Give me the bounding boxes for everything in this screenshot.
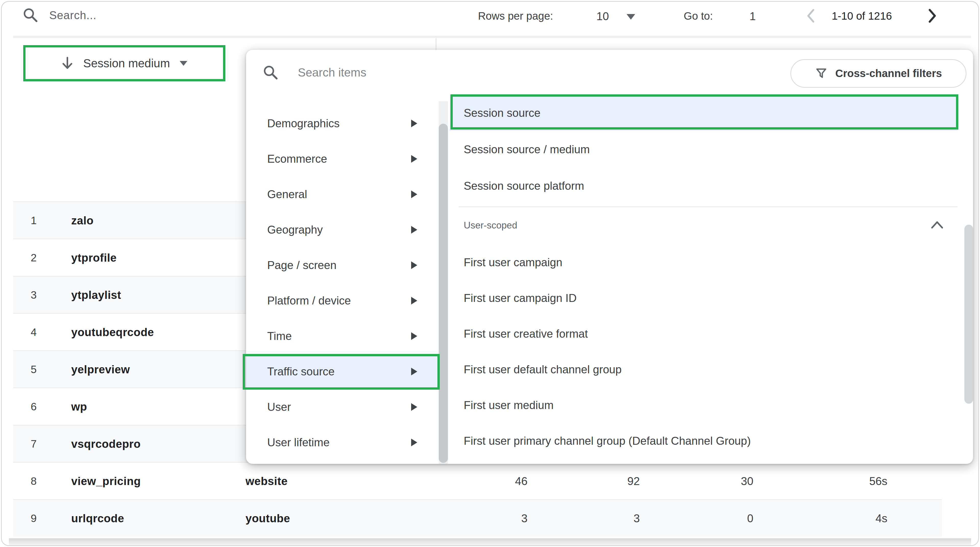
analytics-table-card: Search... Rows per page: 10 Go to: 1 1-1…	[1, 1, 979, 546]
category-item-page-screen[interactable]: Page / screen	[246, 247, 439, 283]
category-scrollbar-thumb[interactable]	[439, 124, 448, 463]
dimension-item-label: Session source platform	[464, 168, 584, 204]
category-item-platform-device[interactable]: Platform / device	[246, 283, 439, 318]
section-header-user-scoped: User-scoped	[464, 219, 958, 234]
items-scrollbar-thumb[interactable]	[964, 225, 973, 404]
chevron-up-icon[interactable]	[930, 220, 944, 230]
metric-value: 92	[558, 463, 640, 500]
filter-funnel-icon	[815, 67, 828, 80]
dimension-item-session-source-medium[interactable]: Session source / medium	[450, 132, 958, 167]
dimension-item-label: First user campaign	[464, 244, 562, 280]
dimension-item-first-user-campaign[interactable]: First user campaign	[450, 244, 958, 280]
dimension-picker-panel: Search items Cross-channel filters Demog…	[246, 50, 973, 464]
category-label: Traffic source	[267, 354, 334, 389]
arrow-right-icon	[411, 403, 417, 411]
arrow-right-icon	[411, 120, 417, 127]
row-number: 3	[24, 276, 44, 314]
picker-search-input[interactable]: Search items	[298, 65, 366, 79]
search-icon	[22, 6, 40, 24]
metric-value: 3	[558, 500, 640, 537]
toolbar-divider	[13, 36, 971, 38]
session-medium-value: wp	[71, 388, 87, 425]
rows-per-page-select[interactable]: 10	[597, 10, 609, 23]
dimension-item-first-user-primary-channel-group-default-channel-group[interactable]: First user primary channel group (Defaul…	[450, 423, 958, 459]
session-medium-value: ytprofile	[71, 239, 117, 276]
secondary-dimension-value: youtube	[245, 500, 290, 537]
row-number: 6	[24, 388, 44, 425]
category-label: Page / screen	[267, 247, 337, 283]
metric-value: 0	[672, 500, 753, 537]
category-item-user[interactable]: User	[246, 389, 439, 425]
metric-value: 56s	[806, 463, 887, 500]
session-medium-value: vsqrcodepro	[71, 425, 141, 463]
section-header-label: User-scoped	[464, 220, 517, 231]
table-search-input[interactable]: Search...	[49, 9, 97, 22]
metric-value: 30	[672, 463, 753, 500]
search-icon	[262, 64, 279, 81]
sort-descending-arrow-icon	[61, 57, 73, 70]
next-page-icon[interactable]	[924, 7, 940, 24]
session-medium-value: youtubeqrcode	[71, 314, 154, 351]
category-item-traffic-source[interactable]: Traffic source	[246, 354, 439, 389]
arrow-right-icon	[411, 297, 417, 304]
dimension-item-first-user-campaign-id[interactable]: First user campaign ID	[450, 280, 958, 316]
arrow-right-icon	[411, 368, 417, 376]
session-medium-value: yelpreview	[71, 351, 130, 388]
category-label: Demographics	[267, 106, 340, 141]
arrow-right-icon	[411, 262, 417, 269]
secondary-dimension-value: website	[245, 463, 288, 500]
row-number: 2	[24, 239, 44, 276]
category-item-user-lifetime[interactable]: User lifetime	[246, 425, 439, 460]
category-label: Time	[267, 318, 292, 354]
chevron-down-icon[interactable]	[627, 14, 635, 20]
section-divider	[458, 206, 958, 207]
chevron-down-icon	[180, 61, 187, 66]
dimension-item-first-user-medium[interactable]: First user medium	[450, 387, 958, 423]
category-label: Ecommerce	[267, 141, 327, 176]
dimension-item-session-source-platform[interactable]: Session source platform	[450, 168, 958, 204]
dimension-header-button[interactable]: Session medium	[25, 48, 223, 79]
dimension-item-label: First user primary channel group (Defaul…	[464, 423, 751, 459]
category-item-time[interactable]: Time	[246, 318, 439, 354]
dimension-item-label: First user campaign ID	[464, 280, 577, 316]
cross-channel-filters-label: Cross-channel filters	[835, 67, 942, 79]
category-item-general[interactable]: General	[246, 176, 439, 212]
category-item-ecommerce[interactable]: Ecommerce	[246, 141, 439, 176]
go-to-page-input[interactable]: 1	[749, 10, 756, 23]
horizontal-scrollbar[interactable]	[9, 538, 971, 546]
category-label: Platform / device	[267, 283, 351, 318]
session-medium-value: zalo	[71, 202, 94, 239]
arrow-right-icon	[411, 332, 417, 340]
table-row[interactable]: 9urlqrcodeyoutube3304s	[13, 499, 942, 536]
arrow-right-icon	[411, 439, 417, 446]
session-medium-value: ytplaylist	[71, 276, 121, 314]
row-number: 5	[24, 351, 44, 388]
metric-value: 3	[446, 500, 528, 537]
category-item-demographics[interactable]: Demographics	[246, 106, 439, 141]
row-number: 1	[24, 202, 44, 239]
category-item-geography[interactable]: Geography	[246, 212, 439, 247]
annotation-box-session-medium: Session medium	[23, 45, 225, 81]
dimension-item-label: First user default channel group	[464, 352, 622, 387]
session-medium-value: view_pricing	[71, 463, 141, 500]
session-medium-value: urlqrcode	[71, 500, 124, 537]
row-number: 7	[24, 425, 44, 463]
dimension-item-first-user-creative-format[interactable]: First user creative format	[450, 316, 958, 352]
category-label: Geography	[267, 212, 323, 247]
dimension-item-label: Session source / medium	[464, 132, 590, 167]
cross-channel-filters-button[interactable]: Cross-channel filters	[791, 59, 966, 88]
table-row[interactable]: 8view_pricingwebsite46923056s	[13, 462, 942, 499]
previous-page-icon[interactable]	[803, 7, 819, 24]
metric-value: 46	[446, 463, 528, 500]
pagination-range: 1-10 of 1216	[832, 10, 892, 22]
go-to-label: Go to:	[684, 10, 713, 22]
category-label: User lifetime	[267, 425, 330, 460]
arrow-right-icon	[411, 190, 417, 198]
dimension-item-session-source[interactable]: Session source	[450, 95, 958, 131]
dimension-item-first-user-default-channel-group[interactable]: First user default channel group	[450, 352, 958, 387]
row-number: 8	[24, 463, 44, 500]
dimension-item-label: First user creative format	[464, 316, 588, 352]
metric-value: 4s	[806, 500, 887, 537]
dimension-item-label: Session source	[464, 95, 541, 131]
rows-per-page-label: Rows per page:	[478, 10, 553, 22]
